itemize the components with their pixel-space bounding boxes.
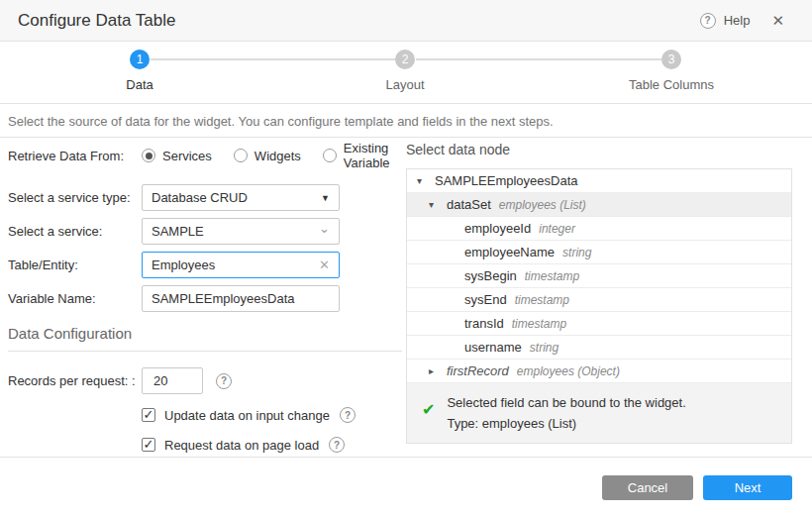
- select-data-node-title: Select data node: [406, 142, 792, 157]
- table-entity-box: ✕: [142, 252, 340, 278]
- variable-name-row: Variable Name:: [8, 285, 402, 312]
- checkbox-group: ✓Update data on input change?✓Request da…: [8, 406, 402, 454]
- radio-widgets[interactable]: Widgets: [234, 149, 301, 163]
- radio-icon[interactable]: [323, 149, 337, 162]
- help-icon[interactable]: ?: [700, 13, 716, 29]
- checkmark-icon: ✓: [144, 408, 154, 421]
- checkmark-icon: ✓: [144, 438, 154, 451]
- service-select[interactable]: SAMPLE ⌄: [142, 218, 340, 245]
- checkbox-help-icon[interactable]: ?: [340, 407, 355, 423]
- step-3-label: Table Columns: [602, 77, 741, 92]
- node-name: username: [464, 340, 522, 355]
- step-3-circle: 3: [661, 50, 681, 69]
- checkbox-icon[interactable]: ✓: [142, 408, 155, 422]
- records-per-request-row: Records per request: : ?: [8, 367, 402, 394]
- node-type: integer: [539, 222, 575, 236]
- radio-group: ServicesWidgetsExisting Variable: [142, 141, 402, 170]
- section-divider: [8, 351, 402, 352]
- node-type: timestamp: [515, 293, 569, 307]
- service-type-select[interactable]: Database CRUD ▼: [142, 184, 340, 211]
- dialog-footer: Cancel Next: [0, 457, 812, 516]
- clear-icon[interactable]: ✕: [319, 258, 330, 272]
- radio-label: Widgets: [254, 149, 301, 163]
- radio-icon[interactable]: [234, 149, 248, 162]
- variable-name-box: [142, 285, 340, 312]
- table-entity-row: Table/Entity: ✕: [8, 252, 402, 278]
- caret-down-icon[interactable]: ▾: [417, 175, 435, 186]
- node-name: dataSet: [447, 197, 491, 212]
- checkbox-label: Request data on page load: [164, 438, 319, 453]
- step-1-circle: 1: [130, 50, 150, 69]
- table-entity-label: Table/Entity:: [8, 258, 142, 272]
- step-2-label: Layout: [336, 77, 474, 92]
- checkbox-help-icon[interactable]: ?: [329, 437, 345, 453]
- checkbox-label: Update data on input change: [164, 408, 330, 423]
- node-name: SAMPLEEmployeesData: [435, 173, 578, 188]
- service-type-row: Select a service type: Database CRUD ▼: [8, 184, 402, 211]
- data-configuration-title: Data Configuration: [8, 325, 402, 342]
- cancel-button[interactable]: Cancel: [602, 475, 693, 500]
- green-check-icon: ✔: [422, 400, 435, 434]
- node-name: employeeId: [464, 221, 531, 236]
- service-value: SAMPLE: [152, 224, 204, 239]
- step-1-label: Data: [70, 77, 209, 92]
- tree-node-dataSet[interactable]: ▾dataSetemployees (List): [407, 193, 791, 217]
- service-row: Select a service: SAMPLE ⌄: [8, 218, 402, 245]
- service-label: Select a service:: [8, 224, 142, 239]
- bind-message-line2: Type: employees (List): [447, 413, 685, 434]
- node-type: string: [562, 246, 591, 259]
- main-content: Retrieve Data From: ServicesWidgetsExist…: [0, 138, 812, 456]
- checkbox-icon[interactable]: ✓: [142, 438, 155, 452]
- variable-name-input[interactable]: [152, 291, 330, 306]
- step-data[interactable]: 1 Data: [70, 50, 209, 92]
- records-help-icon[interactable]: ?: [216, 373, 232, 389]
- radio-label: Services: [162, 149, 212, 163]
- radio-dot: [146, 153, 152, 159]
- next-button[interactable]: Next: [703, 475, 792, 500]
- header-actions: ? Help ✕: [700, 12, 784, 30]
- description-text: Select the source of data for the widget…: [8, 114, 554, 129]
- caret-right-icon[interactable]: ▸: [429, 365, 447, 376]
- tree-node-employeeId[interactable]: employeeIdinteger: [407, 217, 791, 241]
- tree-node-SAMPLEEmployeesData[interactable]: ▾SAMPLEEmployeesData: [407, 169, 791, 193]
- retrieve-data-label: Retrieve Data From:: [8, 149, 142, 163]
- node-type: employees (List): [499, 198, 586, 212]
- tree-node-sysBegin[interactable]: sysBegintimestamp: [407, 264, 791, 288]
- node-type: employees (Object): [517, 364, 620, 378]
- dialog-header: Configure Data Table ? Help ✕: [0, 0, 812, 42]
- retrieve-data-row: Retrieve Data From: ServicesWidgetsExist…: [8, 146, 402, 165]
- radio-existing-variable[interactable]: Existing Variable: [323, 141, 402, 170]
- tree-node-transId[interactable]: transIdtimestamp: [407, 312, 791, 336]
- select-data-node-panel: Select data node ▾SAMPLEEmployeesData▾da…: [406, 142, 792, 444]
- close-icon[interactable]: ✕: [771, 12, 784, 30]
- step-2-circle: 2: [395, 50, 415, 69]
- node-type: timestamp: [512, 317, 566, 331]
- node-type: timestamp: [525, 269, 579, 283]
- table-entity-input[interactable]: [152, 258, 315, 272]
- node-name: employeeName: [464, 245, 555, 259]
- checkbox-row-request-data-on-page-load: ✓Request data on page load?: [142, 436, 402, 454]
- bind-message-line1: Selected field can be bound to the widge…: [447, 392, 685, 413]
- tree-node-sysEnd[interactable]: sysEndtimestamp: [407, 288, 791, 312]
- tree-node-employeeName[interactable]: employeeNamestring: [407, 241, 791, 264]
- tree-node-firstRecord[interactable]: ▸firstRecordemployees (Object): [407, 360, 791, 383]
- radio-icon[interactable]: [142, 149, 155, 162]
- radio-services[interactable]: Services: [142, 149, 212, 163]
- step-layout[interactable]: 2 Layout: [336, 50, 474, 92]
- node-name: transId: [464, 316, 504, 331]
- records-per-request-label: Records per request: :: [8, 373, 142, 388]
- footer-buttons: Cancel Next: [602, 475, 792, 500]
- bind-message: ✔Selected field can be bound to the widg…: [407, 383, 791, 443]
- description-bar: Select the source of data for the widget…: [0, 105, 812, 138]
- caret-down-icon[interactable]: ▾: [429, 199, 447, 210]
- tree-node-username[interactable]: usernamestring: [407, 336, 791, 360]
- radio-label: Existing Variable: [344, 141, 402, 170]
- chevron-down-icon: ⌄: [319, 224, 330, 234]
- variable-name-label: Variable Name:: [8, 291, 142, 306]
- node-name: sysEnd: [464, 292, 507, 307]
- configure-data-table-dialog: Configure Data Table ? Help ✕ 1 Data 2 L…: [0, 0, 812, 516]
- step-table-columns[interactable]: 3 Table Columns: [602, 50, 741, 92]
- dropdown-arrow-icon: ▼: [321, 193, 330, 203]
- help-link[interactable]: Help: [724, 13, 751, 28]
- records-per-request-input[interactable]: [152, 372, 193, 389]
